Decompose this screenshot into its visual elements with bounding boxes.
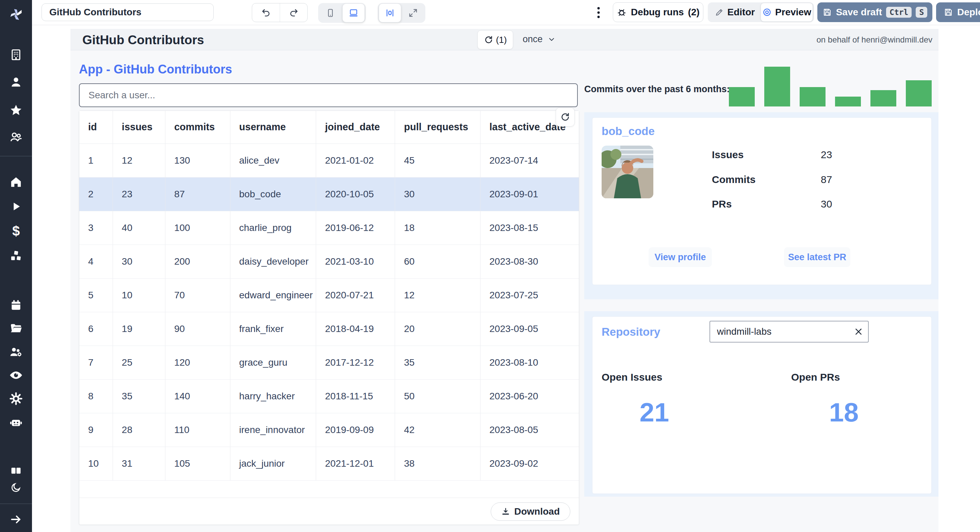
center-layout-toggle[interactable] — [379, 3, 401, 22]
sidebar-item-variables[interactable]: $ — [8, 223, 24, 239]
windmill-logo[interactable] — [8, 6, 24, 22]
table-cell[interactable]: 4 — [79, 245, 113, 278]
table-cell[interactable]: 45 — [395, 143, 480, 177]
table-cell[interactable]: 23 — [113, 177, 165, 211]
editor-tab[interactable]: Editor — [709, 3, 760, 21]
sidebar-item-workers[interactable] — [8, 344, 24, 360]
table-cell[interactable]: 60 — [395, 245, 480, 278]
table-cell[interactable]: jack_junior — [230, 446, 316, 480]
table-cell[interactable]: 2019-09-09 — [316, 413, 395, 446]
table-cell[interactable]: bob_code — [230, 177, 316, 211]
table-cell[interactable]: 2023-09-02 — [480, 446, 579, 480]
table-cell[interactable]: alice_dev — [230, 143, 316, 177]
mobile-view-toggle[interactable] — [319, 4, 342, 22]
table-cell[interactable]: 2021-01-02 — [316, 143, 395, 177]
table-cell[interactable]: 2017-12-12 — [316, 346, 395, 379]
table-cell[interactable]: irene_innovator — [230, 413, 316, 446]
table-cell[interactable]: 35 — [113, 379, 165, 413]
sidebar-item-favorites[interactable] — [8, 102, 24, 118]
download-button[interactable]: Download — [491, 502, 570, 521]
see-latest-pr-button[interactable]: See latest PR — [784, 247, 850, 267]
sidebar-item-workspace[interactable] — [8, 47, 24, 63]
fullscreen-toggle[interactable] — [402, 4, 424, 22]
table-cell[interactable]: 50 — [395, 379, 480, 413]
redo-button[interactable] — [280, 3, 307, 22]
table-cell[interactable]: 2023-08-05 — [480, 413, 579, 446]
sidebar-item-docs[interactable] — [8, 462, 24, 479]
view-profile-button[interactable]: View profile — [649, 247, 712, 267]
table-cell[interactable]: 2020-10-05 — [316, 177, 395, 211]
table-cell[interactable]: 2023-09-05 — [480, 312, 579, 346]
deploy-main[interactable]: Deploy — [936, 2, 980, 22]
table-row[interactable]: 928110irene_innovator2019-09-09422023-08… — [79, 413, 579, 446]
table-cell[interactable]: 38 — [395, 446, 480, 480]
table-cell[interactable]: 120 — [165, 346, 230, 379]
table-cell[interactable]: 9 — [79, 413, 113, 446]
table-cell[interactable]: 10 — [113, 278, 165, 312]
deploy-button[interactable]: Deploy — [936, 2, 980, 22]
table-cell[interactable]: 20 — [395, 312, 480, 346]
table-cell[interactable]: daisy_developer — [230, 245, 316, 278]
schedule-dropdown[interactable]: once — [523, 34, 556, 44]
table-cell[interactable]: 2020-07-21 — [316, 278, 395, 312]
sidebar-item-audit[interactable] — [8, 367, 24, 383]
table-row[interactable]: 61990frank_fixer2018-04-19202023-09-05 — [79, 312, 579, 346]
sidebar-expand[interactable] — [8, 511, 24, 527]
table-cell[interactable]: 2019-06-12 — [316, 211, 395, 245]
table-cell[interactable]: charlie_prog — [230, 211, 316, 245]
table-cell[interactable]: 12 — [113, 143, 165, 177]
table-cell[interactable]: 2021-12-01 — [316, 446, 395, 480]
table-cell[interactable]: 200 — [165, 245, 230, 278]
undo-button[interactable] — [252, 3, 280, 22]
table-cell[interactable]: 7 — [79, 346, 113, 379]
debug-runs-button[interactable]: Debug runs (2) — [613, 2, 703, 22]
table-cell[interactable]: 90 — [165, 312, 230, 346]
table-cell[interactable]: harry_hacker — [230, 379, 316, 413]
desktop-view-toggle[interactable] — [342, 3, 365, 22]
table-refresh-button[interactable] — [556, 108, 575, 127]
table-cell[interactable]: 2023-08-10 — [480, 346, 579, 379]
table-row[interactable]: 22387bob_code2020-10-05302023-09-01 — [79, 177, 579, 211]
preview-tab[interactable]: Preview — [760, 3, 813, 22]
sidebar-item-theme[interactable] — [8, 479, 24, 495]
table-cell[interactable]: 2023-09-01 — [480, 177, 579, 211]
table-cell[interactable]: 2023-08-30 — [480, 245, 579, 278]
table-cell[interactable]: 130 — [165, 143, 230, 177]
table-cell[interactable]: frank_fixer — [230, 312, 316, 346]
table-cell[interactable]: 2023-06-20 — [480, 379, 579, 413]
table-cell[interactable]: 2023-08-15 — [480, 211, 579, 245]
table-cell[interactable]: 30 — [113, 245, 165, 278]
sidebar-item-resources[interactable] — [8, 248, 24, 264]
table-row[interactable]: 112130alice_dev2021-01-02452023-07-14 — [79, 143, 579, 177]
table-cell[interactable]: 3 — [79, 211, 113, 245]
table-row[interactable]: 51070edward_engineer2020-07-21122023-07-… — [79, 278, 579, 312]
sidebar-item-home[interactable] — [8, 174, 24, 190]
table-cell[interactable]: 2018-11-15 — [316, 379, 395, 413]
table-cell[interactable]: 25 — [113, 346, 165, 379]
table-cell[interactable]: 105 — [165, 446, 230, 480]
table-cell[interactable]: 12 — [395, 278, 480, 312]
table-cell[interactable]: 42 — [395, 413, 480, 446]
app-title-input[interactable] — [41, 3, 214, 21]
table-cell[interactable]: 2 — [79, 177, 113, 211]
table-row[interactable]: 430200daisy_developer2021-03-10602023-08… — [79, 245, 579, 278]
table-cell[interactable]: edward_engineer — [230, 278, 316, 312]
table-row[interactable]: 835140harry_hacker2018-11-15502023-06-20 — [79, 379, 579, 413]
sidebar-item-runs[interactable] — [8, 198, 24, 214]
table-cell[interactable]: 40 — [113, 211, 165, 245]
search-user-input[interactable] — [79, 83, 578, 107]
table-cell[interactable]: 1 — [79, 143, 113, 177]
sidebar-item-schedules[interactable] — [8, 297, 24, 314]
sidebar-item-settings[interactable] — [8, 391, 24, 407]
table-cell[interactable]: 19 — [113, 312, 165, 346]
save-draft-button[interactable]: Save draft Ctrl S — [817, 2, 932, 22]
table-cell[interactable]: 31 — [113, 446, 165, 480]
table-cell[interactable]: 30 — [395, 177, 480, 211]
repository-input[interactable] — [710, 326, 849, 337]
table-cell[interactable]: 5 — [79, 278, 113, 312]
table-row[interactable]: 340100charlie_prog2019-06-12182023-08-15 — [79, 211, 579, 245]
table-cell[interactable]: 2023-07-25 — [480, 278, 579, 312]
sidebar-item-ai[interactable] — [8, 414, 24, 430]
table-cell[interactable]: 140 — [165, 379, 230, 413]
more-options-button[interactable] — [592, 5, 605, 20]
